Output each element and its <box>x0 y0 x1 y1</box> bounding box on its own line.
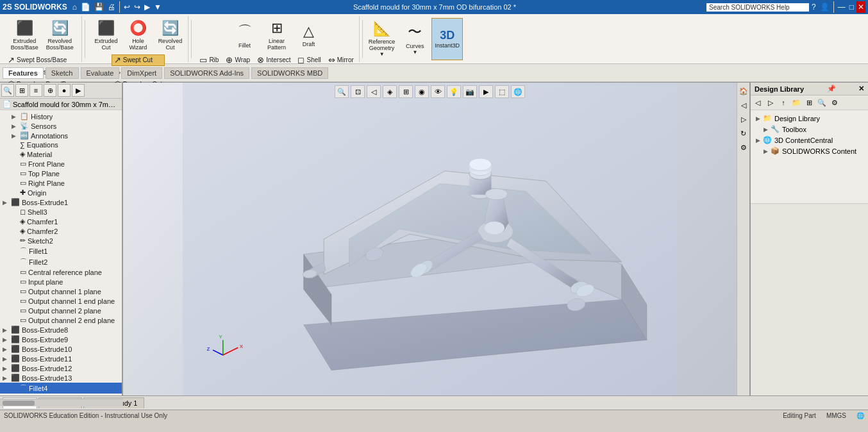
qa-print[interactable]: 🖨 <box>106 1 117 13</box>
tree-item-annotations[interactable]: ▶ 🔤 Annotations <box>0 131 122 140</box>
tab-sketch[interactable]: Sketch <box>46 67 79 79</box>
tree-item-fillet4[interactable]: ⌒ Fillet4 <box>0 383 122 394</box>
tree-item-sensors[interactable]: ▶ 📡 Sensors <box>0 121 122 131</box>
swept-cut-btn[interactable]: ↗ Swept Cut <box>112 54 165 66</box>
hole-wizard-btn[interactable]: ⭕ HoleWizard <box>122 17 153 53</box>
tree-item-origin[interactable]: ✚ Origin <box>0 188 122 197</box>
tree-more-btn[interactable]: ● <box>58 84 71 97</box>
lib-tool5[interactable]: ⊞ <box>803 97 815 108</box>
vp-orient-btn[interactable]: ◈ <box>383 85 397 98</box>
tree-item-fillet1[interactable]: ⌒ Fillet1 <box>0 245 122 256</box>
lib-home-btn[interactable]: 🏠 <box>738 85 749 97</box>
revolved-boss-base-btn[interactable]: 🔄 RevolvedBoss/Base <box>43 17 77 53</box>
tree-filter-btn[interactable]: 🔍 <box>1 84 14 97</box>
maximize-btn[interactable]: □ <box>848 1 855 13</box>
tree-item-output_ch2_end[interactable]: ▭ Output channel 2 end plane <box>0 315 122 325</box>
tab-dimxpert[interactable]: DimXpert <box>121 67 162 79</box>
vp-camera-btn[interactable]: 📷 <box>463 85 477 98</box>
rib-btn[interactable]: ▭ Rib <box>197 54 221 66</box>
lib-item-design_lib[interactable]: ▶ 📁 Design Library <box>753 113 865 124</box>
tree-item-front_plane[interactable]: ▭ Front Plane <box>0 159 122 169</box>
viewport[interactable]: 🔍 ⊡ ◁ ◈ ⊞ ◉ 👁 💡 📷 ▶ ⬚ 🌐 <box>123 83 737 395</box>
draft-btn[interactable]: △ Draft <box>294 17 324 53</box>
qa-save[interactable]: 💾 <box>93 1 105 13</box>
vp-section-btn[interactable]: ⊞ <box>399 85 413 98</box>
vp-display-btn[interactable]: ◉ <box>415 85 429 98</box>
qa-undo[interactable]: ↩ <box>122 1 131 13</box>
tree-item-right_plane[interactable]: ▭ Right Plane <box>0 178 122 188</box>
tree-expand-btn[interactable]: ▶ <box>72 84 85 97</box>
vp-lighting-btn[interactable]: 💡 <box>447 85 461 98</box>
lib-tool7[interactable]: ⚙ <box>829 97 840 108</box>
design-lib-pin[interactable]: 📌 <box>827 85 836 93</box>
vp-zoom-btn[interactable]: 🔍 <box>335 85 349 98</box>
qa-open[interactable]: 📄 <box>79 1 92 13</box>
tree-view-btn[interactable]: ⊞ <box>15 84 28 97</box>
lib-fwd-btn[interactable]: ▷ <box>738 113 749 125</box>
lib-tool6[interactable]: 🔍 <box>816 97 828 108</box>
minimize-btn[interactable]: — <box>837 1 847 13</box>
tree-item-boss_extrude12[interactable]: ▶ ⬛ Boss-Extrude12 <box>0 363 122 373</box>
tree-item-chamfer1[interactable]: ◈ Chamfer1 <box>0 217 122 226</box>
vp-hide-btn[interactable]: 👁 <box>431 85 445 98</box>
tree-item-boss_extrude13[interactable]: ▶ ⬛ Boss-Extrude13 <box>0 373 122 383</box>
lib-item-sw_content[interactable]: ▶ 📦 SOLIDWORKS Content <box>753 145 865 156</box>
search-box[interactable]: Search SOLIDWORKS Help <box>706 3 809 12</box>
help-icon[interactable]: ? <box>810 1 817 13</box>
vp-fit-btn[interactable]: ⊡ <box>351 85 365 98</box>
lib-item-toolbox[interactable]: ▶ 🔧 Toolbox <box>753 124 865 135</box>
tree-item-output_ch1[interactable]: ▭ Output channel 1 plane <box>0 287 122 296</box>
instant3d-btn[interactable]: 3D Instant3D <box>431 18 463 60</box>
curves-btn[interactable]: 〜 Curves ▼ <box>399 18 430 60</box>
tree-item-top_plane[interactable]: ▭ Top Plane <box>0 169 122 178</box>
tab-addins[interactable]: SOLIDWORKS Add-Ins <box>164 67 249 79</box>
tree-item-boss_extrude8[interactable]: ▶ ⬛ Boss-Extrude8 <box>0 325 122 335</box>
shell-btn[interactable]: ◻ Shell <box>295 54 323 66</box>
extruded-cut-btn[interactable]: ⬛ ExtrudedCut <box>90 17 121 53</box>
tree-item-central_ref[interactable]: ▭ Central reference plane <box>0 267 122 277</box>
lib-tool3[interactable]: ↑ <box>778 97 789 108</box>
lib-back-btn[interactable]: ◁ <box>738 99 749 111</box>
reference-geometry-btn[interactable]: 📐 ReferenceGeometry ▼ <box>365 18 399 60</box>
qa-new[interactable]: ⌂ <box>71 1 78 13</box>
tab-features[interactable]: Features <box>3 67 44 79</box>
tree-view2-btn[interactable]: ≡ <box>29 84 42 97</box>
tree-item-chamfer2[interactable]: ◈ Chamfer2 <box>0 226 122 236</box>
qa-rebuild[interactable]: ▶ <box>143 1 151 13</box>
tree-settings-btn[interactable]: ⊕ <box>44 84 56 97</box>
lib-tool1[interactable]: ◁ <box>752 97 764 108</box>
mirror-btn[interactable]: ⇔ Mirror <box>326 54 356 66</box>
linear-pattern-btn[interactable]: ⊞ LinearPattern <box>262 17 292 53</box>
tree-item-output_ch2[interactable]: ▭ Output channel 2 plane <box>0 306 122 315</box>
vp-more-btn[interactable]: ▶ <box>479 85 493 98</box>
vp-display2-btn[interactable]: ⬚ <box>495 85 509 98</box>
lib-item-3d_content[interactable]: ▶ 🌐 3D ContentCentral <box>753 135 865 145</box>
tree-item-history[interactable]: ▶ 📋 History <box>0 112 122 121</box>
tree-item-boss_extrude1[interactable]: ▶ ⬛ Boss-Extrude1 <box>0 197 122 207</box>
vp-prev-view-btn[interactable]: ◁ <box>367 85 381 98</box>
scrollbar-thumb[interactable] <box>3 401 35 406</box>
lib-refresh-btn[interactable]: ↻ <box>738 128 749 139</box>
intersect-btn[interactable]: ⊗ Intersect <box>255 54 293 66</box>
tab-evaluate[interactable]: Evaluate <box>81 67 120 79</box>
design-lib-close[interactable]: ✕ <box>858 85 864 93</box>
user-icon[interactable]: 👤 <box>819 1 831 13</box>
tree-item-boss_extrude9[interactable]: ▶ ⬛ Boss-Extrude9 <box>0 335 122 344</box>
tree-item-input_plane[interactable]: ▭ Input plane <box>0 277 122 287</box>
feature-tree[interactable]: ▶ 📋 History ▶ 📡 Sensors ▶ 🔤 Annotations … <box>0 110 122 395</box>
extruded-boss-base-btn[interactable]: ⬛ ExtrudedBoss/Base <box>8 17 42 53</box>
lib-tool2[interactable]: ▷ <box>765 97 776 108</box>
horizontal-scrollbar[interactable] <box>0 399 123 406</box>
wrap-btn[interactable]: ⊕ Wrap <box>223 54 253 66</box>
tree-item-boss_extrude10[interactable]: ▶ ⬛ Boss-Extrude10 <box>0 344 122 354</box>
fillet-btn[interactable]: ⌒ Fillet <box>230 17 260 53</box>
qa-redo[interactable]: ↪ <box>133 1 142 13</box>
revolved-cut-btn[interactable]: 🔄 RevolvedCut <box>154 17 185 53</box>
tree-item-sketch2[interactable]: ✏ Sketch2 <box>0 236 122 245</box>
tab-mbd[interactable]: SOLIDWORKS MBD <box>251 67 328 79</box>
tree-item-material[interactable]: ◈ Material <box>0 149 122 159</box>
tree-item-fillet2[interactable]: ⌒ Fillet2 <box>0 256 122 267</box>
lib-settings-btn[interactable]: ⚙ <box>738 142 749 153</box>
tree-item-output_ch1_end[interactable]: ▭ Output channel 1 end plane <box>0 296 122 306</box>
vp-window-btn[interactable]: 🌐 <box>511 85 525 98</box>
